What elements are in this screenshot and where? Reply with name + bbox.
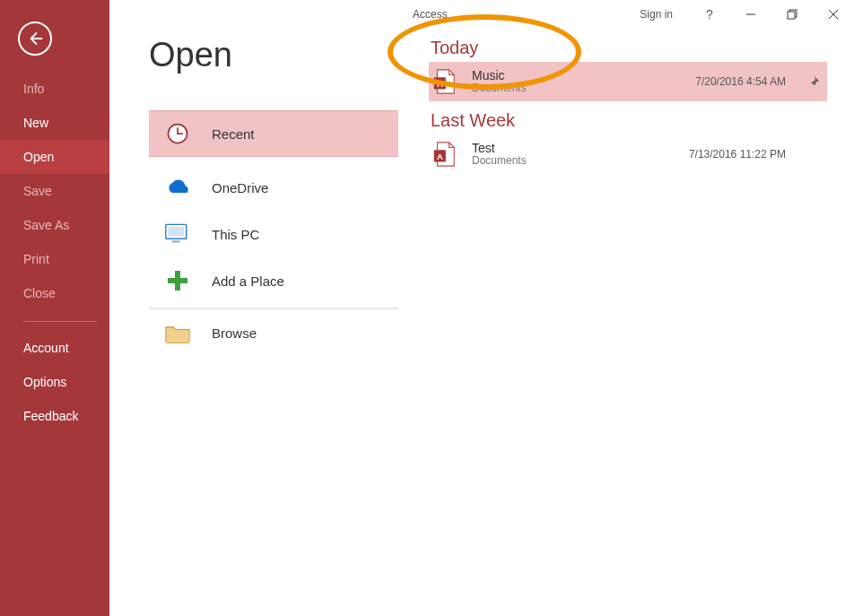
sidebar-label: Info (23, 82, 44, 96)
sidebar-label: Save As (23, 218, 69, 232)
this-pc-icon (161, 222, 194, 246)
add-place-plus-icon (161, 269, 194, 292)
sidebar-label: Options (23, 375, 66, 389)
file-name: Test (472, 141, 527, 155)
location-label: This PC (212, 227, 259, 242)
onedrive-cloud-icon (161, 178, 194, 196)
minimize-button[interactable] (730, 0, 771, 29)
svg-rect-12 (168, 278, 187, 283)
location-divider (149, 308, 398, 309)
page-heading: Open (149, 36, 398, 85)
sidebar-item-options[interactable]: Options (0, 365, 109, 399)
file-path: Documents (472, 82, 527, 95)
back-arrow-icon (27, 30, 43, 47)
browse-folder-icon (161, 322, 194, 343)
file-name: Music (472, 68, 527, 82)
pin-icon (807, 75, 820, 88)
restore-button[interactable] (771, 0, 813, 29)
sidebar-label: Account (23, 341, 69, 355)
restore-icon (787, 9, 797, 20)
sidebar-item-save[interactable]: Save (0, 174, 109, 208)
recent-group-header: Today (429, 38, 827, 58)
sidebar-item-info[interactable]: Info (0, 72, 109, 106)
file-path: Documents (472, 155, 527, 168)
pin-button[interactable] (806, 75, 822, 88)
svg-rect-10 (172, 240, 180, 243)
sidebar-label: Save (23, 184, 52, 198)
sidebar-item-new[interactable]: New (0, 106, 109, 140)
close-window-button[interactable] (813, 0, 854, 29)
close-icon (828, 9, 839, 20)
backstage-main: Access Sign in ? Open Recent (109, 0, 854, 616)
sidebar-label: Close (23, 286, 56, 300)
open-locations: Recent OneDrive This PC (149, 110, 398, 352)
svg-text:A: A (437, 80, 443, 89)
access-file-icon: A (431, 141, 458, 168)
file-date: 7/13/2016 11:22 PM (689, 148, 786, 161)
sidebar-label: Feedback (23, 409, 78, 423)
recent-file-item[interactable]: A Test Documents 7/13/2016 11:22 PM (429, 134, 827, 174)
sign-in-link[interactable]: Sign in (640, 8, 673, 21)
titlebar: Access Sign in ? (109, 0, 854, 29)
sidebar-item-open[interactable]: Open (0, 140, 109, 174)
back-button[interactable] (18, 22, 52, 56)
location-recent[interactable]: Recent (149, 110, 398, 157)
svg-rect-9 (168, 227, 184, 237)
svg-rect-2 (788, 12, 795, 19)
file-date: 7/20/2016 4:54 AM (695, 75, 786, 88)
minimize-icon (745, 9, 756, 20)
svg-text:A: A (437, 152, 443, 161)
location-add-place[interactable]: Add a Place (149, 257, 398, 304)
recent-files-list: Today A Music Documents 7/20/2016 4:54 A… (429, 36, 854, 616)
recent-clock-icon (161, 121, 194, 146)
sidebar-item-account[interactable]: Account (0, 331, 109, 365)
location-label: Add a Place (212, 273, 284, 289)
location-label: Browse (212, 325, 257, 341)
sidebar-item-print[interactable]: Print (0, 242, 109, 276)
sidebar-label: Open (23, 150, 54, 164)
recent-file-item[interactable]: A Music Documents 7/20/2016 4:54 AM (429, 62, 827, 101)
app-title: Access (413, 8, 448, 21)
sidebar-item-feedback[interactable]: Feedback (0, 399, 109, 433)
sidebar-label: New (23, 116, 48, 130)
location-this-pc[interactable]: This PC (149, 211, 398, 257)
sidebar-item-close[interactable]: Close (0, 276, 109, 310)
sidebar-divider (23, 321, 97, 322)
location-label: Recent (212, 126, 255, 142)
recent-group-header: Last Week (429, 110, 827, 131)
help-icon: ? (706, 7, 713, 22)
sidebar-item-save-as[interactable]: Save As (0, 208, 109, 242)
help-button[interactable]: ? (689, 0, 730, 29)
backstage-sidebar: Info New Open Save Save As Print Close A… (0, 0, 109, 616)
location-label: OneDrive (212, 180, 268, 195)
sidebar-label: Print (23, 252, 49, 266)
access-file-icon: A (431, 68, 458, 95)
location-browse[interactable]: Browse (149, 313, 398, 352)
location-onedrive[interactable]: OneDrive (149, 164, 398, 211)
